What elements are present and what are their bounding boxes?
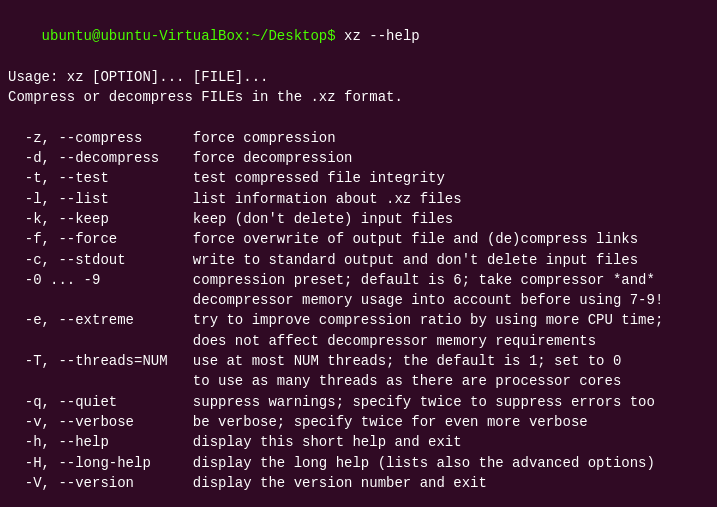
terminal-line-15: -T, --threads=NUM use at most NUM thread… xyxy=(8,351,709,371)
terminal-line-6: -t, --test test compressed file integrit… xyxy=(8,168,709,188)
terminal-line-14: does not affect decompressor memory requ… xyxy=(8,331,709,351)
terminal-line-19: -h, --help display this short help and e… xyxy=(8,432,709,452)
terminal-line-16: to use as many threads as there are proc… xyxy=(8,371,709,391)
terminal-line-1: Usage: xz [OPTION]... [FILE]... xyxy=(8,67,709,87)
terminal-line-0: ubuntu@ubuntu-VirtualBox:~/Desktop$ xz -… xyxy=(8,6,709,67)
terminal-line-12: decompressor memory usage into account b… xyxy=(8,290,709,310)
terminal-line-8: -k, --keep keep (don't delete) input fil… xyxy=(8,209,709,229)
terminal-line-9: -f, --force force overwrite of output fi… xyxy=(8,229,709,249)
terminal-line-3 xyxy=(8,107,709,127)
terminal-line-11: -0 ... -9 compression preset; default is… xyxy=(8,270,709,290)
terminal-line-5: -d, --decompress force decompression xyxy=(8,148,709,168)
terminal-line-18: -v, --verbose be verbose; specify twice … xyxy=(8,412,709,432)
prompt-0: ubuntu@ubuntu-VirtualBox:~/Desktop$ xyxy=(42,28,336,44)
terminal-line-4: -z, --compress force compression xyxy=(8,128,709,148)
terminal-line-7: -l, --list list information about .xz fi… xyxy=(8,189,709,209)
terminal-line-13: -e, --extreme try to improve compression… xyxy=(8,310,709,330)
terminal-line-21: -V, --version display the version number… xyxy=(8,473,709,493)
terminal-line-20: -H, --long-help display the long help (l… xyxy=(8,453,709,473)
terminal-line-17: -q, --quiet suppress warnings; specify t… xyxy=(8,392,709,412)
terminal-line-10: -c, --stdout write to standard output an… xyxy=(8,250,709,270)
terminal-line-22 xyxy=(8,493,709,507)
terminal-window[interactable]: ubuntu@ubuntu-VirtualBox:~/Desktop$ xz -… xyxy=(0,0,717,507)
terminal-line-2: Compress or decompress FILEs in the .xz … xyxy=(8,87,709,107)
command-text: xz --help xyxy=(336,28,420,44)
